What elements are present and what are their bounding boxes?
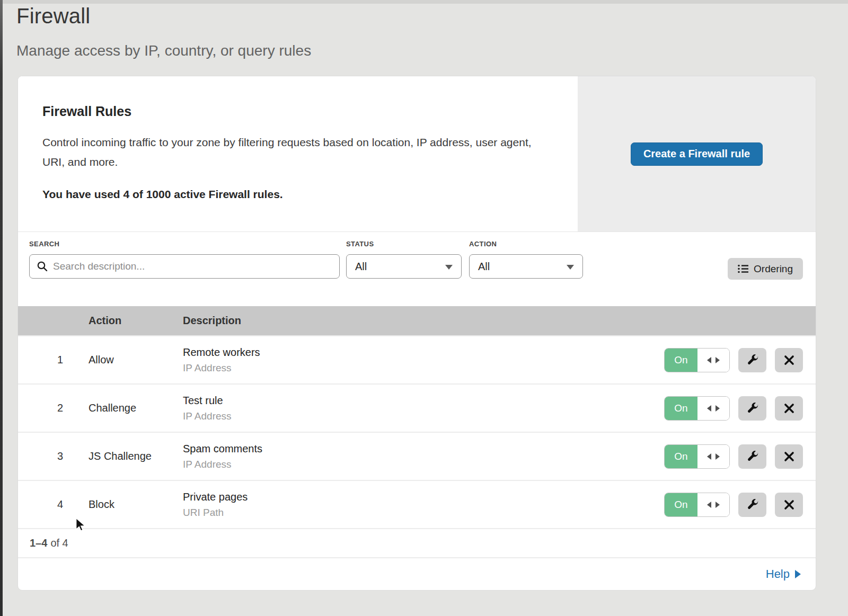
chevron-down-icon bbox=[445, 265, 453, 270]
table-row: 4 Block Private pages URI Path On bbox=[18, 480, 816, 528]
action-selected-value: All bbox=[478, 261, 490, 273]
help-link-label: Help bbox=[766, 567, 790, 581]
intro-action-panel: Create a Firewall rule bbox=[578, 76, 816, 231]
ordering-button-label: Ordering bbox=[754, 263, 793, 275]
page-subtitle: Manage access by IP, country, or query r… bbox=[16, 42, 311, 59]
wrench-icon bbox=[746, 450, 758, 462]
firewall-rules-card: Firewall Rules Control incoming traffic … bbox=[17, 76, 816, 591]
rule-description: Remote workers bbox=[183, 346, 664, 359]
left-right-arrows-icon bbox=[706, 405, 720, 412]
rule-toggle[interactable]: On bbox=[664, 444, 730, 469]
rule-match-type: IP Address bbox=[183, 459, 664, 470]
reorder-handle[interactable] bbox=[697, 445, 729, 468]
reorder-handle[interactable] bbox=[697, 349, 729, 372]
delete-rule-button[interactable] bbox=[775, 396, 803, 421]
close-icon bbox=[784, 499, 794, 510]
wrench-icon bbox=[746, 402, 758, 414]
rule-action: Allow bbox=[89, 354, 183, 366]
help-link[interactable]: Help bbox=[766, 567, 801, 581]
rule-match-type: IP Address bbox=[183, 362, 664, 374]
create-firewall-rule-button[interactable]: Create a Firewall rule bbox=[631, 142, 763, 166]
intro-heading: Firewall Rules bbox=[42, 104, 546, 119]
toggle-on-state[interactable]: On bbox=[665, 445, 697, 468]
rule-toggle[interactable]: On bbox=[664, 348, 730, 372]
filter-bar: SEARCH STATUS All ACTION All bbox=[18, 232, 816, 306]
window-left-edge bbox=[0, 0, 3, 616]
rule-priority: 2 bbox=[18, 402, 89, 414]
rule-action: Challenge bbox=[89, 402, 183, 414]
chevron-down-icon bbox=[567, 265, 574, 270]
toggle-on-state[interactable]: On bbox=[665, 397, 697, 420]
table-header: Action Description bbox=[18, 306, 816, 335]
search-icon bbox=[37, 261, 48, 272]
help-bar: Help bbox=[18, 557, 816, 590]
rule-priority: 4 bbox=[18, 498, 89, 511]
rule-priority: 1 bbox=[18, 354, 89, 366]
rule-toggle[interactable]: On bbox=[664, 493, 730, 517]
intro-section: Firewall Rules Control incoming traffic … bbox=[18, 76, 816, 232]
rule-priority: 3 bbox=[18, 450, 89, 462]
status-select[interactable]: All bbox=[346, 254, 462, 279]
ordering-button[interactable]: Ordering bbox=[728, 258, 803, 280]
toggle-on-state[interactable]: On bbox=[665, 493, 697, 516]
status-selected-value: All bbox=[355, 261, 367, 273]
column-header-action: Action bbox=[89, 315, 183, 327]
reorder-handle[interactable] bbox=[697, 397, 729, 420]
search-label: SEARCH bbox=[29, 240, 340, 248]
reorder-handle[interactable] bbox=[697, 493, 729, 516]
rule-description: Spam comments bbox=[183, 443, 664, 455]
page-title: Firewall bbox=[16, 4, 90, 28]
action-label: ACTION bbox=[469, 240, 583, 248]
rule-match-type: IP Address bbox=[183, 410, 664, 422]
wrench-icon bbox=[746, 354, 758, 366]
caret-right-icon bbox=[795, 570, 801, 578]
toggle-on-state[interactable]: On bbox=[665, 349, 697, 372]
table-row: 3 JS Challenge Spam comments IP Address … bbox=[18, 432, 816, 480]
list-icon bbox=[738, 264, 748, 273]
usage-summary: You have used 4 of 1000 active Firewall … bbox=[42, 188, 546, 201]
wrench-icon bbox=[746, 498, 758, 511]
rule-description: Test rule bbox=[183, 395, 664, 407]
rule-toggle[interactable]: On bbox=[664, 396, 730, 421]
intro-description: Control incoming traffic to your zone by… bbox=[42, 133, 546, 172]
intro-text-panel: Firewall Rules Control incoming traffic … bbox=[18, 76, 578, 231]
table-row: 1 Allow Remote workers IP Address On bbox=[18, 335, 816, 383]
close-icon bbox=[784, 403, 794, 414]
edit-rule-button[interactable] bbox=[738, 396, 766, 421]
rule-action: JS Challenge bbox=[89, 450, 183, 462]
delete-rule-button[interactable] bbox=[775, 348, 803, 372]
edit-rule-button[interactable] bbox=[738, 444, 766, 469]
pagination-summary: 1–4 of 4 bbox=[18, 528, 816, 557]
status-label: STATUS bbox=[346, 240, 462, 248]
delete-rule-button[interactable] bbox=[775, 493, 803, 517]
window-top-edge bbox=[0, 0, 848, 4]
left-right-arrows-icon bbox=[706, 356, 720, 364]
rule-action: Block bbox=[89, 498, 183, 511]
rule-match-type: URI Path bbox=[183, 507, 664, 519]
rule-description: Private pages bbox=[183, 491, 664, 503]
pagination-range: 1–4 bbox=[30, 537, 47, 549]
search-input[interactable] bbox=[29, 254, 340, 279]
column-header-description: Description bbox=[183, 315, 664, 327]
edit-rule-button[interactable] bbox=[738, 493, 766, 517]
edit-rule-button[interactable] bbox=[738, 348, 766, 372]
action-select[interactable]: All bbox=[469, 254, 583, 279]
left-right-arrows-icon bbox=[706, 453, 720, 460]
left-right-arrows-icon bbox=[706, 501, 720, 508]
table-row: 2 Challenge Test rule IP Address On bbox=[18, 383, 816, 432]
pagination-total: of 4 bbox=[50, 537, 68, 549]
close-icon bbox=[784, 451, 794, 462]
delete-rule-button[interactable] bbox=[775, 444, 803, 469]
close-icon bbox=[784, 355, 794, 365]
